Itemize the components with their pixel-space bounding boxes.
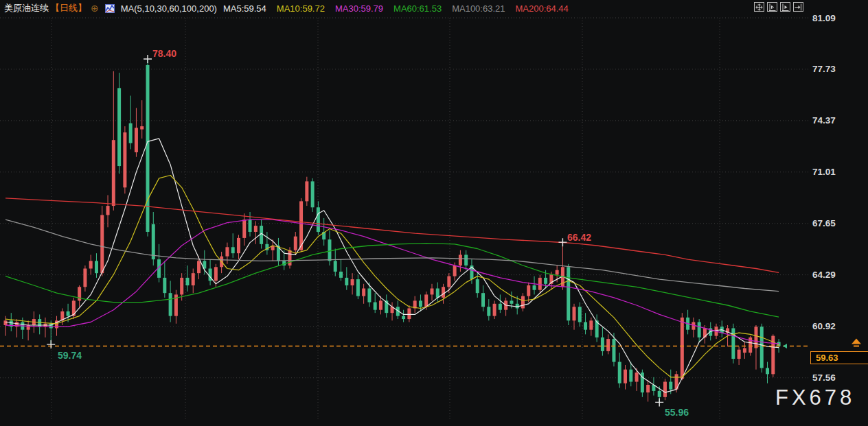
pan-tool-icon[interactable]: [754, 2, 764, 12]
candle: [197, 261, 201, 273]
candle: [254, 226, 258, 232]
price-annotation: 55.96: [665, 407, 689, 418]
candle: [180, 278, 183, 295]
candle: [453, 265, 457, 276]
candle: [527, 285, 530, 296]
candle: [305, 181, 308, 201]
ma-line-MA5: [5, 139, 779, 392]
y-axis-label: 71.01: [812, 167, 836, 177]
price-annotation: 66.42: [567, 232, 591, 243]
candle: [544, 278, 547, 284]
candle: [242, 220, 246, 238]
candle: [658, 391, 661, 397]
candle: [163, 278, 166, 293]
candle: [538, 278, 542, 290]
candle: [464, 255, 468, 265]
y-axis-label: 77.73: [812, 64, 836, 74]
line-chart-icon[interactable]: [105, 4, 115, 13]
ma-value: MA200:64.44: [516, 3, 569, 14]
candle: [499, 304, 502, 310]
candle: [260, 226, 263, 244]
candle: [311, 181, 315, 207]
ma-value: MA5:59.54: [223, 3, 266, 14]
candle: [95, 261, 98, 273]
candle: [367, 288, 371, 302]
candle: [612, 339, 615, 362]
ma-value: MA10:59.72: [277, 3, 325, 14]
go-to-latest-icon[interactable]: [793, 2, 803, 12]
candle: [356, 279, 360, 296]
candle: [89, 261, 93, 268]
candle: [112, 140, 115, 206]
candle: [67, 311, 70, 316]
candle: [345, 278, 348, 285]
candle: [646, 385, 650, 392]
y-axis-label: 60.92: [812, 321, 836, 331]
candle: [601, 338, 604, 351]
candle: [669, 382, 672, 390]
candle: [225, 247, 229, 256]
candle: [481, 293, 485, 307]
candle: [299, 201, 303, 250]
candle: [123, 132, 126, 187]
y-axis-label: 81.09: [812, 13, 836, 23]
ma-line-MA30: [5, 220, 779, 344]
candle: [106, 206, 110, 215]
candle: [83, 268, 87, 287]
current-price-label: 59.63: [810, 351, 868, 364]
ma-line-MA100: [5, 220, 779, 292]
y-axis-label: 74.37: [812, 115, 836, 126]
candle: [214, 267, 218, 281]
candle: [379, 300, 382, 309]
chart-canvas[interactable]: 78.4059.7466.4255.9681.0977.7374.3771.01…: [0, 0, 868, 426]
candle: [294, 237, 297, 250]
candle: [192, 273, 195, 285]
candle: [766, 368, 769, 374]
candle: [436, 288, 439, 297]
candle: [374, 303, 377, 310]
ma-value: MA100:63.21: [452, 3, 505, 14]
ma-line-MA10: [5, 176, 779, 377]
candle: [407, 308, 411, 319]
candle: [510, 300, 513, 303]
y-axis-label: 67.65: [812, 218, 836, 228]
candle: [419, 300, 422, 307]
candle: [185, 278, 189, 285]
extreme-cross-marker: [558, 238, 567, 246]
extreme-cross-marker: [655, 398, 663, 406]
candle: [424, 294, 428, 307]
add-indicator-icon[interactable]: ⊕: [91, 4, 99, 12]
price-up-arrow-icon: [852, 339, 861, 347]
candle: [606, 339, 610, 351]
candle: [362, 288, 365, 296]
scale-axis-icon[interactable]: [767, 2, 777, 12]
candle: [476, 279, 479, 293]
candle: [681, 318, 684, 379]
candle: [4, 320, 8, 325]
candle: [231, 247, 235, 253]
price-annotation: 78.40: [152, 48, 176, 59]
chart-header: 美原油连续 【日线】 ⊕ MA(5,10,30,60,100,200) MA5:…: [4, 2, 569, 14]
candle: [635, 372, 639, 381]
ma-settings-label: MA(5,10,30,60,100,200): [121, 3, 217, 14]
candle: [288, 250, 292, 265]
candle: [567, 267, 570, 320]
candle: [731, 328, 735, 359]
symbol-name: 美原油连续: [4, 2, 49, 14]
ma-value: MA60:61.53: [393, 3, 442, 14]
watermark: FX678: [775, 386, 855, 410]
candle: [447, 276, 450, 287]
candle: [629, 370, 632, 382]
candle: [334, 261, 337, 272]
candle: [135, 128, 138, 152]
candle: [738, 350, 741, 359]
kline-chart-panel: 78.4059.7466.4255.9681.0977.7374.3771.01…: [0, 0, 868, 426]
candle: [129, 123, 133, 143]
candle: [618, 362, 621, 383]
candle: [459, 255, 462, 265]
candle: [100, 215, 104, 273]
playback-icon[interactable]: [780, 2, 790, 12]
candle: [573, 307, 576, 320]
y-axis-label: 57.56: [812, 372, 836, 383]
candle: [152, 224, 155, 259]
